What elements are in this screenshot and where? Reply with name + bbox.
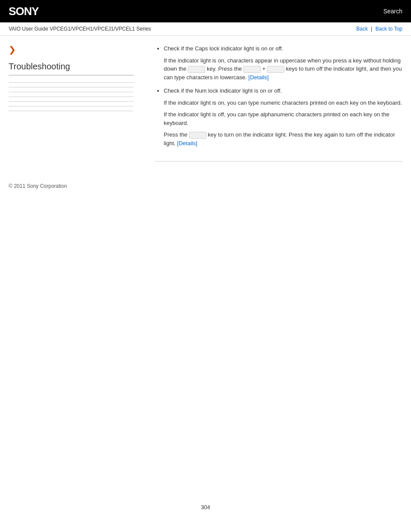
sidebar-line-4 (9, 96, 134, 97)
header: SONY Search (0, 0, 411, 22)
back-link[interactable]: Back (356, 26, 368, 32)
num-lock-detail1: If the indicator light is on, you can ty… (164, 99, 402, 107)
caps-lock-heading: Check if the Caps lock indicator light i… (164, 44, 402, 53)
sidebar-title: Troubleshooting (9, 62, 134, 75)
sidebar-line-3 (9, 92, 134, 92)
num-lock-heading: Check if the Num lock indicator light is… (164, 87, 402, 95)
list-item-num-lock: Check if the Num lock indicator light is… (164, 87, 402, 147)
search-button[interactable]: Search (383, 8, 402, 15)
key-numlock (189, 132, 206, 139)
key-caps (243, 66, 261, 73)
sidebar-line-7 (9, 111, 134, 111)
sidebar-line-6 (9, 106, 134, 106)
caps-lock-text-2: key. Press the (207, 65, 242, 72)
page-number: 304 (0, 495, 411, 519)
sidebar: ❯ Troubleshooting (9, 44, 134, 166)
num-lock-details-link[interactable]: [Details] (177, 140, 197, 146)
breadcrumb-separator: | (371, 26, 372, 32)
content-section: Check if the Caps lock indicator light i… (155, 44, 402, 162)
sidebar-line-1 (9, 82, 134, 83)
sidebar-arrow: ❯ (9, 44, 134, 55)
key-combo (267, 66, 284, 73)
guide-title: VAIO User Guide VPCEG1/VPCEH1/VPCEJ1/VPC… (9, 26, 151, 32)
content-area: Check if the Caps lock indicator light i… (142, 44, 402, 166)
back-to-top-link[interactable]: Back to Top (376, 26, 402, 32)
breadcrumb-nav: Back | Back to Top (356, 26, 402, 32)
copyright: © 2011 Sony Corporation (9, 183, 67, 189)
num-lock-detail3: Press the key to turn on the indicator l… (164, 131, 402, 147)
footer: © 2011 Sony Corporation (0, 174, 411, 198)
sidebar-line-2 (9, 87, 134, 87)
main-container: ❯ Troubleshooting Check if the Caps lock… (0, 36, 411, 174)
caps-lock-detail: If the indicator light is on, characters… (164, 56, 402, 82)
caps-lock-text-3: + (262, 65, 266, 72)
num-lock-text-3: Press the (164, 131, 187, 138)
sony-logo: SONY (9, 5, 39, 18)
num-lock-detail2: If the indicator light is off, you can t… (164, 110, 402, 127)
key-fn (188, 66, 205, 73)
list-item-caps-lock: Check if the Caps lock indicator light i… (164, 44, 402, 81)
breadcrumb-bar: VAIO User Guide VPCEG1/VPCEH1/VPCEJ1/VPC… (0, 22, 411, 36)
content-list: Check if the Caps lock indicator light i… (155, 44, 402, 147)
sidebar-line-5 (9, 101, 134, 102)
caps-lock-details-link[interactable]: [Details] (249, 74, 269, 81)
